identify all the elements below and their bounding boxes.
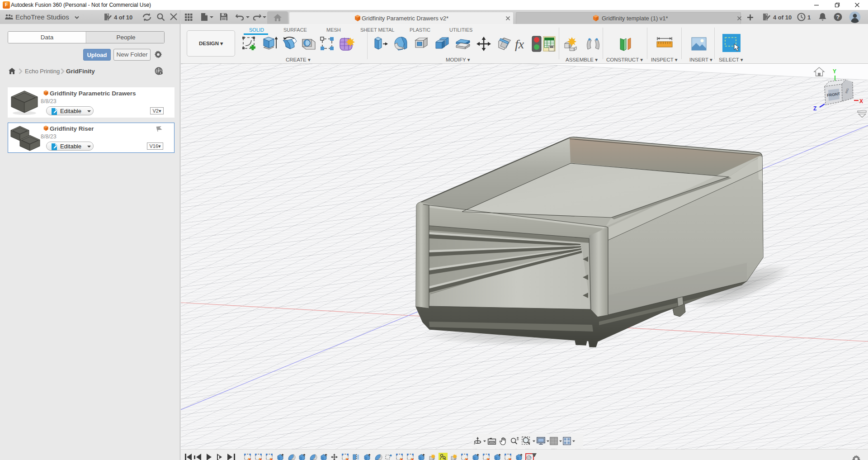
svg-text:?: ?: [836, 14, 840, 20]
svg-text:X: X: [859, 98, 863, 104]
svg-text:Y: Y: [833, 68, 836, 75]
svg-text:Z: Z: [813, 105, 816, 112]
svg-text:fx: fx: [515, 37, 524, 51]
